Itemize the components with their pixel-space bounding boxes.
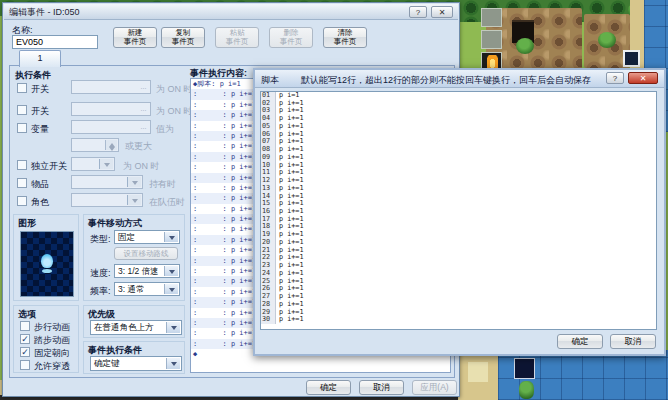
delete-event-page-button[interactable]: 删除 事件页 — [269, 27, 313, 48]
close-button[interactable]: ✕ — [628, 72, 658, 84]
priority-dropdown[interactable]: 在普通角色上方 — [90, 320, 182, 335]
map-event-tile[interactable] — [481, 8, 502, 27]
apply-button[interactable]: 应用(A) — [412, 380, 457, 395]
movement-freq-dropdown[interactable]: 3: 通常 — [114, 282, 180, 296]
script-line[interactable]: 24p i+=1 — [261, 270, 656, 278]
direction-fix-checkbox[interactable]: ✓ — [20, 347, 30, 357]
switch1-field[interactable]: ... — [71, 80, 151, 94]
movement-speed-dropdown[interactable]: 3: 1/2 倍速 — [114, 264, 180, 278]
movement-type-dropdown[interactable]: 固定 — [114, 230, 180, 244]
script-line[interactable]: 09p i+=1 — [261, 154, 656, 162]
close-button[interactable]: ✕ — [431, 6, 453, 18]
actor-dropdown[interactable] — [71, 193, 143, 207]
self-switch-dropdown[interactable] — [71, 157, 115, 171]
script-line[interactable]: 18p i+=1 — [261, 223, 656, 231]
script-line[interactable]: 19p i+=1 — [261, 231, 656, 239]
sprite-base-icon — [42, 269, 52, 273]
actor-label: 角色 — [31, 196, 49, 209]
item-checkbox[interactable] — [17, 178, 27, 188]
options-group: 选项 步行动画 ✓ 踏步动画 ✓ 固定朝向 允许穿透 — [13, 305, 79, 373]
stepping-anim-checkbox[interactable]: ✓ — [20, 334, 30, 344]
new-event-page-button[interactable]: 新建 事件页 — [113, 27, 157, 48]
map-event-tile[interactable] — [481, 30, 502, 49]
variable-suffix: 值为 — [156, 123, 174, 136]
script-line[interactable]: 06p i+=1 — [261, 131, 656, 139]
plant-sprite — [519, 381, 534, 399]
trigger-dropdown[interactable]: 确定键 — [90, 356, 182, 371]
movement-group: 事件移动方式 类型: 固定 设置移动路线 速度: 3: 1/2 倍速 频率: 3… — [83, 214, 185, 301]
cancel-button[interactable]: 取消 — [359, 380, 404, 395]
check-icon: ✓ — [21, 334, 29, 344]
variable-checkbox[interactable] — [17, 123, 27, 133]
tab-page-1[interactable]: 1 — [19, 50, 61, 67]
script-line[interactable]: 12p i+=1 — [261, 177, 656, 185]
switch2-field[interactable]: ... — [71, 102, 151, 116]
help-button[interactable]: ? — [409, 6, 427, 18]
chevron-down-icon — [127, 195, 141, 205]
script-text-area[interactable]: 01p i=102p i+=103p i+=104p i+=105p i+=10… — [260, 91, 657, 330]
ok-button[interactable]: 确定 — [306, 380, 351, 395]
script-line[interactable]: 11p i+=1 — [261, 169, 656, 177]
script-ok-button[interactable]: 确定 — [557, 334, 603, 349]
self-switch-label: 独立开关 — [31, 160, 67, 173]
script-line[interactable]: 03p i+=1 — [261, 107, 656, 115]
script-line[interactable]: 07p i+=1 — [261, 138, 656, 146]
movement-speed-label: 速度: — [90, 267, 111, 280]
script-cancel-button[interactable]: 取消 — [610, 334, 656, 349]
check-icon: ✓ — [21, 347, 29, 357]
script-line[interactable]: 17p i+=1 — [261, 216, 656, 224]
switch1-checkbox[interactable] — [17, 83, 27, 93]
variable-field[interactable]: ... — [71, 120, 151, 134]
script-line[interactable]: 30p i+=1 — [261, 316, 656, 324]
walking-anim-checkbox[interactable] — [20, 321, 30, 331]
priority-value: 在普通角色上方 — [94, 322, 154, 332]
script-line[interactable]: 21p i+=1 — [261, 247, 656, 255]
script-line[interactable]: 08p i+=1 — [261, 146, 656, 154]
item-dropdown[interactable] — [71, 175, 143, 189]
script-line[interactable]: 10p i+=1 — [261, 162, 656, 170]
through-checkbox[interactable] — [20, 360, 30, 370]
chevron-down-icon — [164, 284, 178, 294]
set-move-route-button[interactable]: 设置移动路线 — [114, 247, 178, 260]
event-graphic-preview[interactable] — [20, 231, 74, 297]
clear-event-page-button[interactable]: 清除 事件页 — [323, 27, 367, 48]
switch2-checkbox[interactable] — [17, 105, 27, 115]
script-line[interactable]: 23p i+=1 — [261, 262, 656, 270]
script-line[interactable]: 05p i+=1 — [261, 123, 656, 131]
help-button[interactable]: ? — [606, 72, 624, 84]
script-line[interactable]: 20p i+=1 — [261, 239, 656, 247]
copy-event-page-button[interactable]: 复制 事件页 — [161, 27, 205, 48]
spinner-arrows-icon[interactable] — [105, 140, 117, 150]
script-line[interactable]: 13p i+=1 — [261, 185, 656, 193]
movement-type-label: 类型: — [90, 233, 111, 246]
script-line[interactable]: 01p i=1 — [261, 92, 656, 100]
actor-suffix: 在队伍时 — [149, 196, 185, 209]
browse-icon[interactable]: ... — [138, 104, 149, 114]
script-line[interactable]: 29p i+=1 — [261, 309, 656, 317]
movement-speed-value: 3: 1/2 倍速 — [118, 266, 159, 276]
self-switch-checkbox[interactable] — [17, 160, 27, 170]
map-event-tile[interactable] — [623, 50, 640, 67]
script-line[interactable]: 22p i+=1 — [261, 254, 656, 262]
browse-icon[interactable]: ... — [138, 82, 149, 92]
script-line[interactable]: 28p i+=1 — [261, 301, 656, 309]
script-line[interactable]: 16p i+=1 — [261, 208, 656, 216]
browse-icon[interactable]: ... — [138, 122, 149, 132]
map-event-tile[interactable] — [514, 358, 535, 379]
script-line[interactable]: 15p i+=1 — [261, 200, 656, 208]
dialog-titlebar[interactable]: 编辑事件 - ID:050 — [4, 4, 458, 20]
script-line[interactable]: 02p i+=1 — [261, 100, 656, 108]
tree-icon — [516, 38, 534, 54]
actor-checkbox[interactable] — [17, 196, 27, 206]
script-line-text[interactable]: p i+=1 — [276, 316, 304, 324]
script-line[interactable]: 04p i+=1 — [261, 115, 656, 123]
variable-value-spinner[interactable] — [71, 138, 119, 152]
script-line[interactable]: 14p i+=1 — [261, 193, 656, 201]
script-line[interactable]: 26p i+=1 — [261, 285, 656, 293]
script-line[interactable]: 25p i+=1 — [261, 278, 656, 286]
event-name-input[interactable] — [12, 35, 98, 49]
paste-event-page-button[interactable]: 粘贴 事件页 — [215, 27, 259, 48]
script-dialog-titlebar[interactable]: 脚本 默认能写12行，超出12行的部分则不能按回车键换行，回车后会自动保存 — [255, 70, 664, 88]
script-line[interactable]: 27p i+=1 — [261, 293, 656, 301]
tree-icon — [598, 32, 616, 48]
